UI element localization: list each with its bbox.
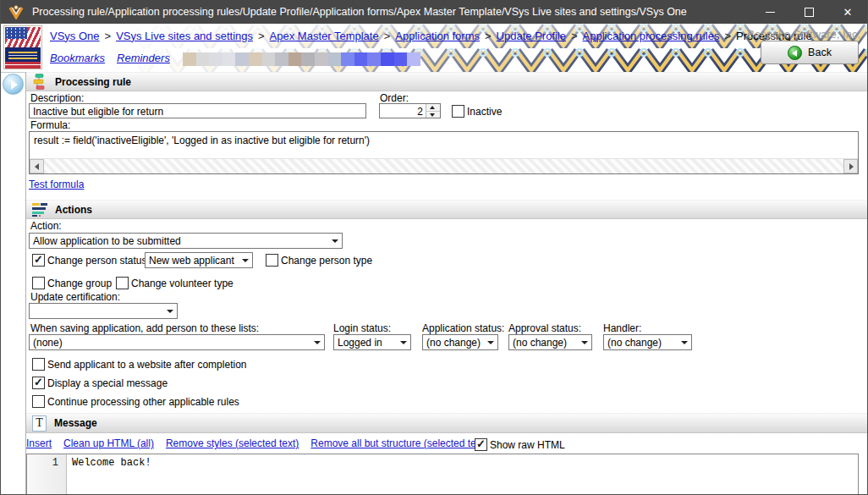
redacted-block: [367, 52, 381, 66]
test-formula-link[interactable]: Test formula: [29, 179, 84, 190]
lists-label: When saving application, add person to t…: [30, 322, 259, 334]
redacted-block: [315, 52, 328, 66]
vsys-logo-icon: [8, 5, 24, 19]
update-certification-label: Update certification:: [30, 291, 120, 303]
breadcrumb-item-5[interactable]: Update Profile: [497, 30, 566, 42]
breadcrumb-separator: >: [258, 30, 265, 42]
show-raw-html-checkbox[interactable]: [475, 438, 487, 451]
redacted-block: [381, 52, 394, 66]
section-title-message: Message: [54, 417, 97, 429]
maximize-button[interactable]: [789, 0, 828, 24]
app-window: Processing rule/Application processing r…: [0, 0, 868, 495]
send-website-checkbox[interactable]: [32, 358, 45, 371]
redacted-block: [249, 52, 262, 66]
handler-value: (no change): [607, 337, 678, 349]
processing-rule-icon: [32, 74, 47, 90]
breadcrumb-separator: >: [571, 30, 578, 42]
redacted-block: [288, 52, 302, 66]
update-certification-dropdown[interactable]: [29, 303, 178, 319]
handler-dropdown[interactable]: (no change): [603, 334, 692, 350]
tab-reminders[interactable]: Reminders: [117, 52, 170, 64]
minimize-button[interactable]: [750, 0, 789, 24]
dropdown-arrow-icon: [487, 341, 494, 344]
inactive-checkbox[interactable]: [452, 105, 464, 118]
company-name: Bespoke Software, Inc.: [747, 28, 860, 41]
titlebar: Processing rule/Application processing r…: [1, 0, 867, 24]
logo-text-band: [5, 47, 41, 62]
expand-panel-button[interactable]: [3, 74, 24, 95]
breadcrumb-item-3[interactable]: Apex Master Template: [270, 30, 379, 42]
redacted-block: [394, 52, 408, 66]
formula-label: Formula:: [30, 119, 70, 131]
breadcrumb-separator: >: [384, 30, 391, 42]
spinner-down-icon[interactable]: [426, 112, 440, 118]
dropdown-arrow-icon: [314, 341, 321, 344]
redacted-block: [235, 52, 249, 66]
remove-structure-link[interactable]: Remove all but structure (selected text): [310, 437, 487, 449]
remove-styles-link[interactable]: Remove styles (selected text): [166, 437, 299, 449]
inactive-label: Inactive: [467, 106, 502, 118]
display-message-checkbox[interactable]: [32, 377, 45, 389]
back-label: Back: [808, 47, 832, 58]
actions-icon: [32, 202, 47, 217]
close-icon: ✕: [843, 7, 853, 18]
redacted-block: [328, 52, 342, 66]
formula-scrollbar[interactable]: [30, 158, 858, 173]
change-group-checkbox[interactable]: [32, 277, 45, 289]
breadcrumb-item-4[interactable]: Application forms: [395, 30, 480, 42]
continue-processing-label: Continue processing other applicable rul…: [47, 396, 239, 408]
section-header-message: T Message: [26, 413, 867, 433]
section-header-processing-rule: Processing rule: [26, 72, 867, 91]
action-value: Allow application to be submitted: [33, 235, 328, 247]
close-button[interactable]: ✕: [828, 0, 867, 24]
editor-content[interactable]: Welcome back!: [67, 454, 151, 494]
breadcrumb-item-1[interactable]: VSys One: [50, 30, 100, 42]
change-person-status-label: Change person status: [47, 255, 146, 267]
breadcrumb-item-2[interactable]: VSys Live sites and settings: [116, 30, 253, 42]
order-spinner[interactable]: 2: [379, 103, 441, 118]
breadcrumb-separator: >: [105, 30, 112, 42]
change-volunteer-type-label: Change volunteer type: [131, 278, 233, 289]
message-toolbar-links: InsertClean up HTML (all)Remove styles (…: [26, 437, 487, 449]
tab-bookmarks[interactable]: Bookmarks: [50, 52, 105, 64]
person-status-dropdown[interactable]: New web applicant: [145, 252, 253, 268]
flag-stripes: [5, 27, 41, 47]
login-status-dropdown[interactable]: Logged in: [333, 334, 411, 350]
approval-status-label: Approval status:: [508, 322, 581, 334]
message-editor[interactable]: 1 Welcome back!: [26, 454, 859, 494]
breadcrumb-separator: >: [724, 30, 731, 42]
insert-link[interactable]: Insert: [26, 437, 52, 449]
application-status-dropdown[interactable]: (no change): [422, 334, 498, 350]
editor-line-number: 1: [27, 454, 67, 494]
redacted-block: [262, 52, 276, 66]
formula-input[interactable]: result := field('inactiveEligible', 'Log…: [29, 131, 859, 174]
application-status-value: (no change): [426, 337, 484, 349]
change-person-status-checkbox[interactable]: [32, 254, 45, 267]
action-dropdown[interactable]: Allow application to be submitted: [29, 233, 343, 249]
change-group-label: Change group: [47, 278, 112, 289]
show-raw-html-label: Show raw HTML: [490, 439, 565, 451]
dropdown-arrow-icon: [332, 239, 338, 243]
back-button[interactable]: Back: [761, 41, 859, 64]
order-label: Order:: [380, 92, 409, 104]
continue-processing-checkbox[interactable]: [32, 395, 45, 408]
formula-text: result := field('inactiveEligible', 'Log…: [34, 135, 370, 146]
spinner-up-icon[interactable]: [426, 104, 440, 112]
text-icon: T: [32, 415, 47, 432]
dropdown-arrow-icon: [681, 341, 688, 344]
section-title-actions: Actions: [55, 204, 92, 216]
breadcrumb-item-6[interactable]: Application processing rules: [583, 30, 720, 42]
lists-dropdown[interactable]: (none): [29, 334, 325, 350]
scroll-right-icon[interactable]: [843, 159, 858, 173]
scroll-left-icon[interactable]: [30, 159, 44, 173]
approval-status-dropdown[interactable]: (no change): [508, 334, 592, 350]
window-controls: ✕: [750, 0, 867, 24]
description-input[interactable]: Inactive but eligible for return: [29, 103, 366, 118]
change-person-type-checkbox[interactable]: [266, 254, 278, 267]
flag-canton: [5, 27, 27, 39]
clean-up-html-link[interactable]: Clean up HTML (all): [63, 437, 154, 449]
logo-bottom-band: [5, 62, 41, 69]
handler-label: Handler:: [603, 322, 641, 334]
dropdown-arrow-icon: [400, 341, 407, 344]
change-volunteer-type-checkbox[interactable]: [116, 277, 129, 289]
